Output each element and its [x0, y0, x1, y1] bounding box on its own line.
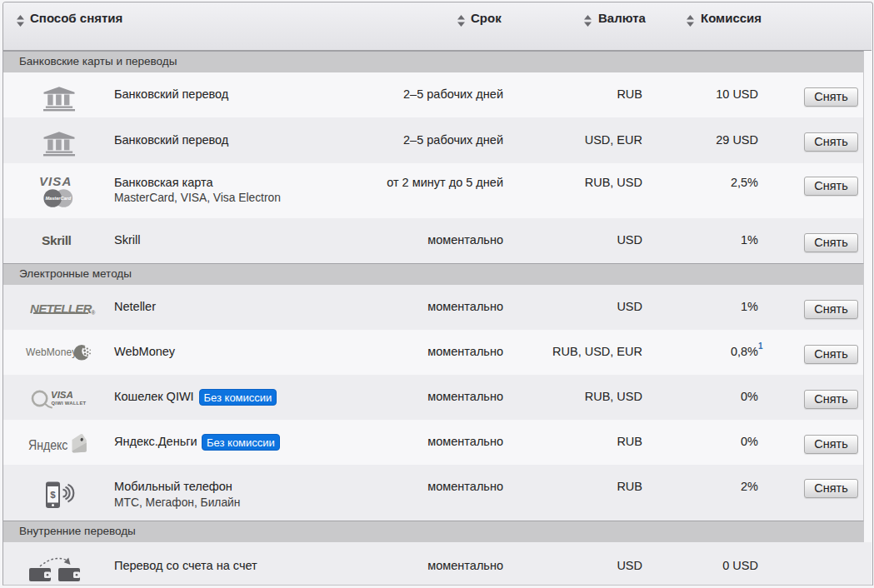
svg-text:VISA: VISA: [39, 174, 72, 188]
svg-text:QIWI WALLET: QIWI WALLET: [52, 401, 87, 406]
svg-text:$: $: [50, 490, 56, 500]
svg-text:MasterCard: MasterCard: [45, 196, 71, 201]
svg-text:VISA: VISA: [51, 390, 73, 400]
